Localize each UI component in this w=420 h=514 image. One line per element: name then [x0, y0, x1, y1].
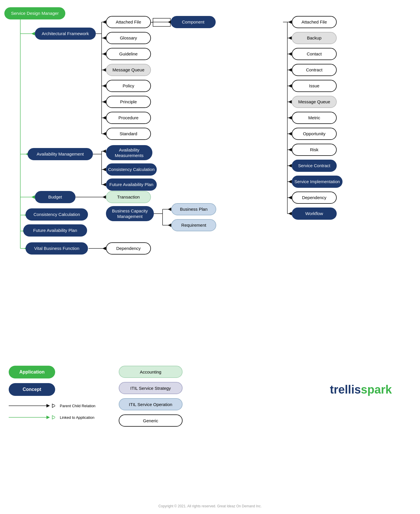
legend-concept: Concept — [9, 383, 95, 396]
af-guideline-node: Guideline — [106, 48, 151, 60]
comp-contract-node: Contract — [292, 64, 337, 76]
requirement-node: Requirement — [171, 219, 216, 231]
service-design-manager-node: Service Design Manager — [4, 7, 65, 19]
af-principle-node: Principle — [106, 96, 151, 108]
svg-marker-64 — [102, 149, 106, 153]
comp-risk-node: Risk — [292, 144, 337, 156]
parent-child-line-icon — [9, 402, 55, 409]
svg-marker-30 — [102, 132, 106, 136]
svg-marker-60 — [288, 212, 292, 215]
svg-marker-48 — [288, 116, 292, 120]
dependency-node: Dependency — [106, 242, 151, 255]
transaction-node: Transaction — [106, 191, 151, 203]
business-plan-node: Business Plan — [171, 203, 216, 215]
budget-node: Budget — [35, 191, 75, 203]
svg-marker-70 — [102, 195, 106, 199]
vital-biz-func-node: Vital Business Function — [26, 242, 88, 255]
legend-concept-node: Concept — [9, 383, 55, 396]
consistency-calculation-node: Consistency Calculation — [26, 208, 88, 221]
af-attached-file-node: Attached File — [106, 16, 151, 28]
svg-marker-22 — [102, 68, 106, 72]
biz-capacity-mgmt-node: Business CapacityManagement — [106, 206, 154, 221]
svg-marker-68 — [102, 183, 106, 186]
svg-marker-66 — [102, 168, 106, 171]
af-policy-node: Policy — [106, 80, 151, 92]
svg-marker-42 — [288, 68, 292, 72]
svg-marker-82 — [46, 404, 50, 407]
svg-marker-46 — [288, 100, 292, 104]
comp-issue-node: Issue — [292, 80, 337, 92]
legend-itil-strategy-node: ITIL Service Strategy — [119, 382, 183, 394]
svg-marker-56 — [288, 180, 292, 183]
svg-marker-26 — [102, 100, 106, 104]
comp-attached-file-node: Attached File — [292, 16, 337, 28]
svg-marker-58 — [288, 196, 292, 199]
svg-marker-28 — [102, 116, 106, 120]
comp-workflow-node: Workflow — [292, 208, 337, 220]
svg-marker-85 — [46, 416, 50, 419]
comp-opportunity-node: Opportunity — [292, 128, 337, 140]
af-message-queue-node: Message Queue — [106, 64, 151, 76]
af-procedure-node: Procedure — [106, 112, 151, 124]
component-node: Component — [171, 16, 216, 28]
avail-measurements-node: AvailabilityMeasurements — [106, 145, 152, 160]
availability-management-node: Availability Management — [28, 148, 93, 160]
svg-marker-36 — [288, 20, 292, 24]
comp-message-queue-node: Message Queue — [292, 96, 337, 108]
linked-app-line-icon — [9, 414, 55, 421]
svg-marker-7 — [31, 32, 35, 35]
comp-contact-node: Contact — [292, 48, 337, 60]
svg-rect-79 — [153, 18, 170, 26]
svg-marker-40 — [288, 52, 292, 56]
comp-service-contract-node: Service Contract — [292, 160, 337, 172]
connection-lines — [0, 0, 420, 348]
legend-parent-child: Parent Child Relation — [9, 402, 95, 409]
logo-area: trellisspark — [330, 383, 392, 396]
svg-marker-86 — [52, 416, 55, 419]
svg-marker-78 — [168, 223, 171, 227]
legend-application: Application — [9, 366, 95, 378]
svg-marker-52 — [288, 148, 292, 152]
consistency-calc-av-node: Consistency Calculation — [106, 163, 157, 176]
comp-dependency-node: Dependency — [292, 192, 337, 204]
legend-itil-operation-node: ITIL Service Operation — [119, 398, 183, 410]
comp-metric-node: Metric — [292, 112, 337, 124]
legend-area: Application Concept Parent Child — [9, 366, 409, 427]
legend-accounting-node: Accounting — [119, 366, 183, 378]
future-avail-plan-av-node: Future Availability Plan — [106, 178, 157, 191]
af-standard-node: Standard — [106, 128, 151, 140]
copyright-text: Copyright © 2021. All rights reserved. G… — [123, 504, 297, 508]
svg-marker-44 — [288, 84, 292, 88]
svg-marker-16 — [102, 20, 106, 24]
legend-linked-app: Linked to Application — [9, 414, 95, 421]
architectural-framework-node: Architectural Framework — [35, 28, 96, 40]
svg-marker-20 — [102, 52, 106, 56]
comp-backup-node: Backup — [292, 32, 337, 44]
svg-marker-38 — [288, 36, 292, 40]
svg-marker-18 — [102, 36, 106, 40]
svg-marker-24 — [102, 84, 106, 88]
svg-marker-72 — [102, 247, 106, 250]
svg-marker-54 — [288, 164, 292, 167]
svg-marker-83 — [52, 404, 55, 407]
af-glossary-node: Glossary — [106, 32, 151, 44]
future-avail-plan-node: Future Availability Plan — [23, 224, 87, 237]
legend-generic-node: Generic — [119, 414, 183, 427]
svg-marker-50 — [288, 132, 292, 136]
legend-application-node: Application — [9, 366, 55, 378]
comp-service-impl-node: Service Implementation — [292, 176, 343, 188]
svg-marker-76 — [168, 208, 171, 211]
svg-marker-9 — [31, 195, 35, 199]
diagram-area: Service Design Manager Architectural Fra… — [0, 0, 420, 348]
